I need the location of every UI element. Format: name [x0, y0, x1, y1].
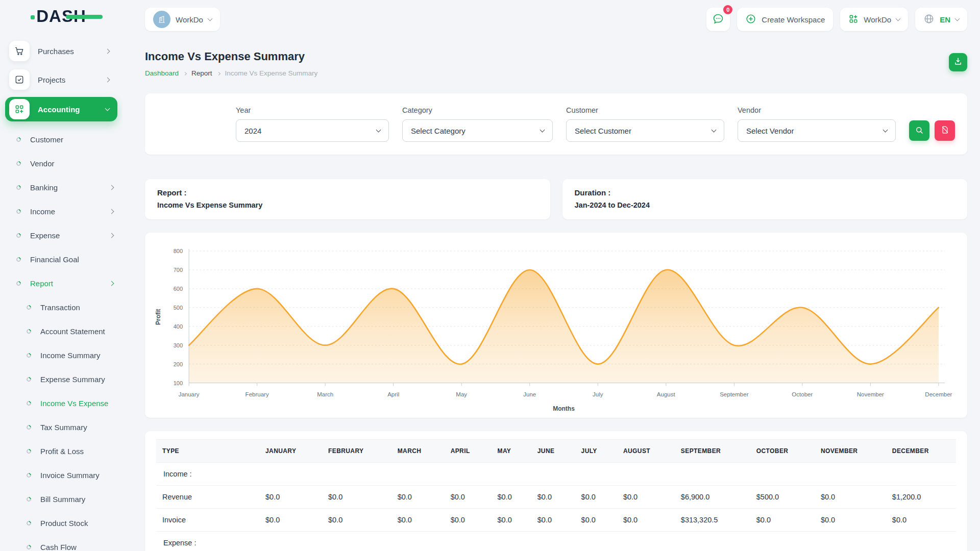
sidebar-item-label: Vendor [30, 159, 55, 168]
cell-value: $0.0 [444, 485, 491, 508]
svg-text:October: October [792, 391, 813, 397]
customer-select[interactable]: Select Customer [566, 119, 724, 142]
sidebar-item-profit-loss[interactable]: Profit & Loss [5, 439, 117, 463]
chevron-down-icon [883, 127, 888, 132]
donut-icon [15, 160, 22, 167]
section-label: Expense : [156, 531, 956, 551]
messages-button[interactable]: 0 [706, 8, 730, 31]
svg-text:February: February [246, 391, 269, 397]
workspace-selector[interactable]: WorkDo [145, 8, 220, 31]
cell-value: $0.0 [530, 508, 574, 531]
sidebar-item-label: Income [30, 207, 55, 216]
sidebar-nav: Purchases Projects Accounting Customer V… [0, 33, 122, 551]
cell-value: $0.0 [258, 508, 321, 531]
donut-icon [26, 448, 32, 455]
profit-chart-svg: 100200300400500600700800JanuaryFebruaryM… [152, 242, 960, 416]
language-selector[interactable]: EN [915, 8, 967, 31]
svg-text:January: January [179, 391, 200, 397]
app-menu-button[interactable]: WorkDo [840, 8, 908, 31]
duration-label: Duration : [575, 188, 955, 197]
sidebar-item-label: Expense Summary [40, 375, 105, 384]
sidebar-item-transaction[interactable]: Transaction [5, 295, 117, 319]
chart-card: 100200300400500600700800JanuaryFebruaryM… [145, 233, 967, 418]
breadcrumb-current: Income Vs Expense Summary [225, 69, 318, 77]
sidebar-item-label: Income Vs Expense [40, 399, 108, 408]
sidebar-item-product-stock[interactable]: Product Stock [5, 511, 117, 535]
sidebar-item-label: Projects [38, 76, 65, 84]
cell-value: $0.0 [258, 485, 321, 508]
topbar: WorkDo 0 Create Workspace WorkDo [122, 0, 980, 33]
donut-icon [26, 472, 32, 479]
donut-icon [15, 184, 22, 191]
sidebar-item-expense-summary[interactable]: Expense Summary [5, 367, 117, 391]
sidebar-item-cash-flow[interactable]: Cash Flow [5, 535, 117, 551]
breadcrumb-dashboard[interactable]: Dashboard [145, 69, 179, 77]
donut-icon [15, 280, 22, 287]
dash-logo[interactable]: DASH [0, 0, 122, 33]
download-icon [953, 57, 963, 68]
table-section-expense: Expense : [156, 531, 956, 551]
category-select[interactable]: Select Category [402, 119, 553, 142]
sidebar-item-invoice-summary[interactable]: Invoice Summary [5, 463, 117, 487]
sidebar-item-banking[interactable]: Banking [5, 176, 117, 199]
chevron-down-icon [105, 106, 110, 111]
table-row-revenue: Revenue $0.0 $0.0 $0.0 $0.0 $0.0 $0.0 $0… [156, 485, 956, 508]
sidebar-item-label: Profit & Loss [40, 447, 84, 456]
cell-value: $0.0 [491, 508, 530, 531]
sidebar-item-label: Account Statement [40, 327, 105, 336]
cell-value: $0.0 [574, 485, 616, 508]
duration-value: Jan-2024 to Dec-2024 [575, 201, 955, 209]
column-header: JANUARY [258, 439, 321, 462]
svg-text:December: December [925, 391, 952, 397]
cell-value: $1,200.0 [885, 485, 956, 508]
sidebar-item-vendor[interactable]: Vendor [5, 152, 117, 176]
column-header: NOVEMBER [814, 439, 885, 462]
sidebar-item-label: Financial Goal [30, 255, 79, 264]
sidebar-item-income-summary[interactable]: Income Summary [5, 343, 117, 367]
column-header: AUGUST [616, 439, 674, 462]
svg-text:July: July [593, 391, 603, 397]
sidebar-item-income[interactable]: Income [5, 199, 117, 223]
create-workspace-button[interactable]: Create Workspace [737, 8, 833, 31]
building-icon [153, 11, 170, 28]
sidebar-item-customer[interactable]: Customer [5, 128, 117, 152]
chevron-right-icon [217, 71, 220, 75]
cell-value: $0.0 [616, 485, 674, 508]
sidebar-item-account-statement[interactable]: Account Statement [5, 319, 117, 343]
cell-value: $0.0 [749, 508, 814, 531]
year-select[interactable]: 2024 [236, 119, 389, 142]
report-value: Income Vs Expense Summary [157, 201, 538, 209]
breadcrumb-report[interactable]: Report [191, 69, 212, 77]
download-button[interactable] [949, 53, 967, 71]
sidebar-item-report[interactable]: Report [5, 271, 117, 295]
sidebar-item-tax-summary[interactable]: Tax Summary [5, 415, 117, 439]
sidebar-item-income-vs-expense[interactable]: Income Vs Expense [5, 391, 117, 415]
sidebar-item-financial-goal[interactable]: Financial Goal [5, 247, 117, 271]
chevron-right-icon [109, 209, 114, 214]
section-label: Income : [156, 462, 956, 485]
cell-value: $0.0 [321, 485, 390, 508]
vendor-select[interactable]: Select Vendor [738, 119, 896, 142]
sidebar-item-projects[interactable]: Projects [5, 68, 117, 91]
sidebar-item-bill-summary[interactable]: Bill Summary [5, 487, 117, 511]
cell-value: $6,900.0 [674, 485, 749, 508]
income-expense-table: TYPE JANUARY FEBRUARY MARCH APRIL MAY JU… [156, 439, 956, 551]
chat-bubble-icon [712, 13, 724, 27]
reset-filter-button[interactable] [935, 120, 955, 141]
chevron-down-icon [207, 16, 212, 21]
donut-icon [26, 544, 32, 550]
chevron-right-icon [109, 185, 114, 190]
sidebar-item-purchases[interactable]: Purchases [5, 40, 117, 62]
svg-text:September: September [720, 391, 748, 397]
report-summary-card: Report : Income Vs Expense Summary [145, 179, 550, 219]
workspace-name: WorkDo [176, 15, 203, 24]
svg-text:100: 100 [174, 380, 183, 386]
sidebar-item-accounting[interactable]: Accounting [5, 97, 117, 121]
cell-value: $0.0 [390, 485, 444, 508]
svg-text:600: 600 [174, 286, 183, 292]
chevron-right-icon [183, 71, 187, 75]
income-expense-table-card: TYPE JANUARY FEBRUARY MARCH APRIL MAY JU… [145, 431, 967, 551]
sidebar-item-expense[interactable]: Expense [5, 223, 117, 247]
apply-filter-button[interactable] [909, 120, 929, 141]
donut-icon [15, 136, 22, 143]
